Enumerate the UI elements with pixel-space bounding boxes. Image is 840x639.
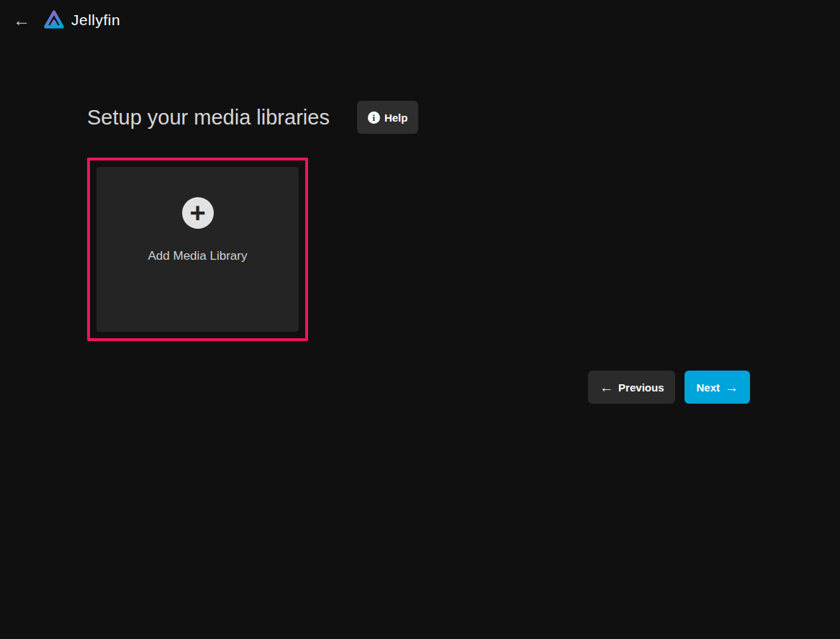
library-section: + Add Media Library xyxy=(87,158,750,341)
arrow-left-icon: ← xyxy=(13,12,30,29)
library-card-focus-ring: + Add Media Library xyxy=(87,158,308,341)
wizard-nav: ← Previous Next → xyxy=(87,371,750,404)
help-button[interactable]: i Help xyxy=(357,101,419,134)
title-row: Setup your media libraries i Help xyxy=(87,101,750,134)
add-media-library-card[interactable]: + Add Media Library xyxy=(96,167,299,332)
arrow-right-icon: → xyxy=(725,381,739,394)
next-button-label: Next xyxy=(696,381,720,394)
header: ← Jellyfin xyxy=(0,0,840,40)
plus-circle-icon: + xyxy=(182,197,214,229)
arrow-left-icon: ← xyxy=(600,381,613,394)
main-content: Setup your media libraries i Help + Add … xyxy=(0,101,840,404)
previous-button[interactable]: ← Previous xyxy=(588,371,675,404)
info-icon: i xyxy=(368,112,380,124)
page-title: Setup your media libraries xyxy=(87,106,330,130)
logo: Jellyfin xyxy=(42,7,120,33)
previous-button-label: Previous xyxy=(618,381,664,394)
jellyfin-logo-icon xyxy=(42,7,66,33)
app-title: Jellyfin xyxy=(71,12,120,29)
back-button[interactable]: ← xyxy=(9,7,35,33)
help-button-label: Help xyxy=(384,112,408,124)
add-media-library-label: Add Media Library xyxy=(148,249,248,263)
next-button[interactable]: Next → xyxy=(685,371,750,404)
